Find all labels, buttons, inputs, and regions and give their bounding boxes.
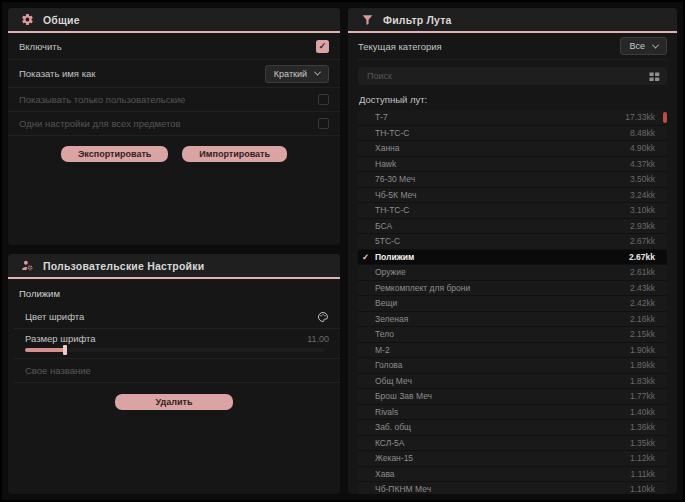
loot-item-name: Rivals [375, 407, 630, 417]
loot-row[interactable]: Вещи2.42kk [358, 296, 667, 312]
funnel-icon [361, 13, 374, 26]
loot-list: Т-717.33kkТН-ТС-С8.48kkХанна4.90kkHawk4.… [358, 110, 667, 494]
loot-item-value: 2.43kk [630, 283, 661, 293]
loot-item-name: Hawk [375, 159, 630, 169]
loot-row[interactable]: Чб-5К Меч3.24kk [358, 188, 667, 204]
loot-item-value: 3.24kk [630, 190, 661, 200]
only-custom-row: Показывать только пользовательские [8, 88, 340, 112]
loot-item-name: ТН-ТС-С [375, 128, 630, 138]
loot-item-value: 3.10kk [630, 205, 661, 215]
loot-row[interactable]: Т-717.33kk [358, 110, 667, 126]
loot-item-name: Чб-ПКНМ Меч [375, 484, 630, 494]
loot-item-name: БСА [375, 221, 630, 231]
loot-row[interactable]: 76-30 Меч3.50kk [358, 172, 667, 188]
panel-user-settings-header: Пользовательские Настройки [8, 254, 340, 279]
loot-row[interactable]: Заб. общ1.36kk [358, 420, 667, 436]
loot-row[interactable]: Rivals1.40kk [358, 405, 667, 421]
display-name-row: Показать имя как Краткий [8, 60, 340, 88]
loot-item-value: 2.42kk [630, 298, 661, 308]
loot-row[interactable]: ТН-ТС-С3.10kk [358, 203, 667, 219]
loot-row[interactable]: Хава1.11kk [358, 467, 667, 483]
panel-general-header: Общие [8, 8, 340, 33]
loot-row[interactable]: 5ТС-С2.67kk [358, 234, 667, 250]
loot-row[interactable]: Жекан-151.12kk [358, 451, 667, 467]
import-button[interactable]: Импортировать [182, 146, 287, 162]
loot-row[interactable]: БСА2.93kk [358, 219, 667, 235]
loot-item-value: 1.36kk [630, 422, 661, 432]
slider-fill [25, 348, 65, 352]
loot-item-value: 1.90kk [630, 345, 661, 355]
loot-item-name: Общ Меч [375, 376, 630, 386]
loot-row[interactable]: Брош Зав Меч1.77kk [358, 389, 667, 405]
right-column: Фильтр Лута Текущая категория Все [348, 8, 677, 494]
loot-item-name: Голова [375, 360, 630, 370]
loot-row[interactable]: Ремкомплект для брони2.43kk [358, 281, 667, 297]
panel-title: Фильтр Лута [383, 14, 452, 26]
loot-item-value: 1.35kk [630, 438, 661, 448]
loot-row[interactable]: Ханна4.90kk [358, 141, 667, 157]
loot-item-name: Жекан-15 [375, 453, 630, 463]
display-name-select[interactable]: Краткий [265, 65, 329, 83]
loot-row[interactable]: Общ Меч1.83kk [358, 374, 667, 390]
loot-row[interactable]: Оружие2.61kk [358, 265, 667, 281]
loot-row[interactable]: Чб-ПКНМ Меч1.10kk [358, 482, 667, 494]
loot-item-value: 4.37kk [630, 159, 661, 169]
enable-label: Включить [19, 41, 62, 52]
font-size-label: Размер шрифта [25, 333, 96, 344]
category-label: Текущая категория [358, 41, 442, 52]
loot-item-value: 1.83kk [630, 376, 661, 386]
app-window: Общие Включить ✓ Показать имя как Кратки… [0, 0, 685, 502]
user-settings-icon [21, 259, 34, 272]
export-button[interactable]: Экспортировать [61, 146, 168, 162]
loot-item-name: 76-30 Меч [375, 174, 630, 184]
loot-row[interactable]: КСЛ-5А1.35kk [358, 436, 667, 452]
font-size-row: Размер шрифта 11.00 [14, 329, 340, 359]
loot-item-value: 8.48kk [630, 128, 661, 138]
loot-row[interactable]: Тело2.15kk [358, 327, 667, 343]
grid-view-icon[interactable] [649, 71, 660, 82]
selected-item-name: Полижим [8, 279, 340, 305]
panel-user-settings: Пользовательские Настройки Полижим Цвет … [8, 254, 340, 494]
delete-button[interactable]: Удалить [115, 394, 233, 410]
font-color-row: Цвет шрифта [14, 305, 340, 329]
enable-checkbox[interactable]: ✓ [316, 40, 329, 53]
loot-item-name: Ремкомплект для брони [375, 283, 630, 293]
loot-item-value: 1.77kk [630, 391, 661, 401]
loot-item-value: 1.12kk [630, 453, 661, 463]
font-color-label: Цвет шрифта [25, 311, 84, 322]
font-size-slider[interactable] [25, 348, 325, 352]
list-scrollbar-thumb[interactable] [663, 112, 667, 123]
slider-handle[interactable] [63, 345, 67, 355]
loot-row[interactable]: Hawk4.37kk [358, 157, 667, 173]
palette-icon[interactable] [317, 311, 329, 323]
panel-loot-filter-header: Фильтр Лута [348, 8, 677, 33]
enable-row: Включить ✓ [8, 33, 340, 60]
loot-row[interactable]: Зеленая2.16kk [358, 312, 667, 328]
search-input[interactable] [365, 70, 643, 82]
display-name-value: Краткий [274, 69, 307, 79]
panel-user-settings-body: Полижим Цвет шрифта Размер шрифта 11.00 [8, 279, 340, 494]
only-custom-checkbox[interactable] [318, 94, 329, 105]
chevron-down-icon [652, 41, 659, 48]
loot-item-name: ТН-ТС-С [375, 205, 630, 215]
same-settings-checkbox[interactable] [318, 118, 329, 129]
same-settings-label: Одни настройки для всех предметов [19, 118, 181, 129]
panel-general: Общие Включить ✓ Показать имя как Кратки… [8, 8, 340, 245]
category-select[interactable]: Все [620, 37, 667, 55]
loot-item-name: М-2 [375, 345, 630, 355]
custom-name-input[interactable] [25, 365, 329, 376]
panel-loot-filter-body: Текущая категория Все [348, 33, 677, 494]
loot-item-name: Брош Зав Меч [375, 391, 630, 401]
loot-row[interactable]: Голова1.89kk [358, 358, 667, 374]
panel-title: Пользовательские Настройки [43, 260, 204, 272]
loot-row[interactable]: ✓Полижим2.67kk [358, 250, 667, 266]
loot-item-value: 1.11kk [631, 469, 661, 479]
search-bar [358, 67, 667, 85]
loot-item-name: Вещи [375, 298, 630, 308]
loot-row[interactable]: М-21.90kk [358, 343, 667, 359]
loot-item-name: Заб. общ [375, 422, 630, 432]
panel-title: Общие [43, 14, 80, 26]
loot-row[interactable]: ТН-ТС-С8.48kk [358, 126, 667, 142]
available-loot-label: Доступный лут: [358, 91, 667, 110]
loot-item-value: 1.10kk [630, 484, 661, 494]
